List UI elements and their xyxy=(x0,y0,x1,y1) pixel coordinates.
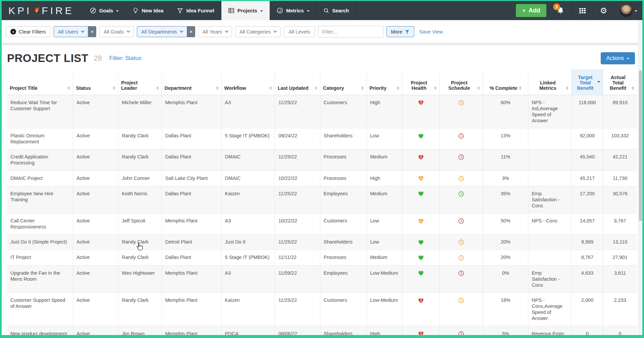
cell-project-leader: Randy Clark xyxy=(118,149,162,171)
nav-item-projects[interactable]: Projects xyxy=(221,1,270,20)
actions-button[interactable]: Actions xyxy=(601,52,635,64)
health-red-broken-heart-icon xyxy=(418,297,424,303)
grid-icon xyxy=(578,7,586,15)
filter-clear-all-users[interactable]: × xyxy=(88,26,96,37)
filter-status-link[interactable]: Filter: Status xyxy=(109,55,141,62)
sort-icon xyxy=(361,86,364,91)
table-row[interactable]: Upgrade the Fan in the Mens Room Active … xyxy=(7,265,637,292)
filter-group-all-categories: All Categories xyxy=(235,26,281,37)
cell-workflow: PDCA xyxy=(221,326,275,338)
user-menu[interactable] xyxy=(614,1,642,20)
cell-department: Memphis Plant xyxy=(162,213,221,234)
cell-project-title[interactable]: Credit Application Processing xyxy=(7,149,73,171)
filter-select-all-categories[interactable]: All Categories xyxy=(235,26,281,37)
cell-project-title[interactable]: Call Center Responsiveness xyxy=(7,213,73,234)
scrollbar-thumb[interactable] xyxy=(639,70,642,221)
table-row[interactable]: New product development Project Active J… xyxy=(7,326,637,338)
top-nav: KPI FIRE GoalsNew IdeaIdea FunnelProject… xyxy=(2,1,642,20)
column-header-linked-metrics[interactable]: Linked Metrics xyxy=(528,69,572,95)
filter-select-all-departments[interactable]: All Departments xyxy=(137,26,187,37)
chevron-down-icon xyxy=(81,29,84,33)
table-row[interactable]: Customer Support Speed of Answer Active … xyxy=(7,293,637,326)
cell-linked-metrics: NPS - Cons,Average Speed of Answer xyxy=(528,293,572,326)
page-title: PROJECT LIST xyxy=(7,52,89,65)
column-header-project-leader[interactable]: Project Leader xyxy=(118,69,162,95)
more-filters-button[interactable]: More xyxy=(386,26,414,37)
filter-clear-all-departments[interactable]: × xyxy=(187,26,195,37)
cell-target-benefit: 45,217 xyxy=(572,171,603,186)
nav-item-metrics[interactable]: Metrics xyxy=(270,1,316,20)
cell-department: Dallas Plant xyxy=(162,128,221,149)
column-header-last-updated[interactable]: Last Updated xyxy=(275,69,320,95)
column-header-category[interactable]: Category xyxy=(320,69,367,95)
cell-category: Shareholders xyxy=(320,234,367,250)
filter-select-all-years[interactable]: All Years xyxy=(198,26,232,37)
cell-workflow: DMAIC xyxy=(221,149,275,171)
nav-item-idea-funnel[interactable]: Idea Funnel xyxy=(170,1,221,20)
add-button[interactable]: + Add xyxy=(516,4,546,17)
cell-project-title[interactable]: DMAIC Project xyxy=(7,171,73,186)
vertical-scrollbar[interactable] xyxy=(638,20,642,335)
column-header-project-schedule[interactable]: Project Schedule xyxy=(439,69,483,95)
schedule-orange-clock-icon xyxy=(458,255,464,260)
project-table-wrap: Project Title Status Project Leader Depa… xyxy=(2,67,642,338)
cell-linked-metrics xyxy=(528,234,572,250)
column-header-project-health[interactable]: Project Health xyxy=(402,69,440,95)
save-view-link[interactable]: Save View xyxy=(419,29,443,35)
chevron-down-icon xyxy=(274,29,277,33)
cell-percent-complete: 13% xyxy=(483,128,528,149)
column-header-actual-total-benefit[interactable]: Actual Total Benefit xyxy=(603,69,637,95)
cell-project-title[interactable]: Plastic Omnium Replacement xyxy=(7,128,73,149)
column-header-priority[interactable]: Priority xyxy=(367,69,402,95)
cell-actual-benefit: 27,901 xyxy=(603,250,637,265)
schedule-orange-clock-icon xyxy=(458,100,464,105)
notifications-button[interactable]: 5 xyxy=(550,1,571,20)
cell-project-title[interactable]: Upgrade the Fan in the Mens Room xyxy=(7,265,73,292)
funnel-icon xyxy=(405,29,410,34)
nav-item-new-idea[interactable]: New Idea xyxy=(125,1,170,20)
table-row[interactable]: Employee New Hire Training Active Keith … xyxy=(7,186,637,213)
sort-desc-icon xyxy=(597,81,600,83)
settings-button[interactable]: ⚙ xyxy=(593,1,614,20)
cell-workflow: Just Do It xyxy=(221,234,275,250)
cell-project-title[interactable]: Just Do It (Simple Project) xyxy=(7,234,73,250)
table-row[interactable]: IT Project Active Randy Clark Dallas Pla… xyxy=(7,250,637,265)
column-header-project-title[interactable]: Project Title xyxy=(7,69,73,95)
column-header-workflow[interactable]: Workflow xyxy=(221,69,275,95)
column-header-department[interactable]: Department xyxy=(162,69,221,95)
cell-workflow: A3 xyxy=(221,265,275,292)
filter-select-all-goals[interactable]: All Goals xyxy=(99,26,134,37)
column-header--complete[interactable]: % Complete xyxy=(483,69,528,95)
table-row[interactable]: Plastic Omnium Replacement Active Randy … xyxy=(7,128,637,149)
table-row[interactable]: DMAIC Project Active John Conner Salt La… xyxy=(7,171,637,186)
column-header-status[interactable]: Status xyxy=(73,69,118,95)
schedule-red-clock-icon xyxy=(458,154,464,159)
filter-text-input[interactable] xyxy=(318,26,383,38)
kpi-fire-logo[interactable]: KPI FIRE xyxy=(2,1,83,20)
cell-status: Active xyxy=(73,250,118,265)
logo-text-fire: FIRE xyxy=(42,5,74,16)
cell-project-title[interactable]: Reduce Wait Time for Customer Support xyxy=(7,95,73,128)
filter-select-all-users[interactable]: All Users xyxy=(54,26,88,37)
cell-department: Memphis Plant xyxy=(162,95,221,128)
apps-grid-button[interactable] xyxy=(571,1,593,20)
table-row[interactable]: Just Do It (Simple Project) Active Randy… xyxy=(7,234,637,250)
nav-right: + Add 5 ⚙ xyxy=(513,1,642,20)
table-row[interactable]: Reduce Wait Time for Customer Support Ac… xyxy=(7,95,637,128)
clear-filters-button[interactable]: × Clear Filters xyxy=(6,26,51,37)
health-green-heart-icon xyxy=(418,270,424,276)
cell-project-title[interactable]: New product development Project xyxy=(7,326,73,338)
nav-item-goals[interactable]: Goals xyxy=(83,1,126,20)
cell-project-title[interactable]: IT Project xyxy=(7,250,73,265)
sort-icon xyxy=(477,86,480,91)
cell-status: Active xyxy=(73,265,118,292)
table-row[interactable]: Call Center Responsiveness Active Jeff S… xyxy=(7,213,637,234)
cell-project-title[interactable]: Customer Support Speed of Answer xyxy=(7,293,73,326)
cell-project-title[interactable]: Employee New Hire Training xyxy=(7,186,73,213)
table-row[interactable]: Credit Application Processing Active Ran… xyxy=(7,149,637,171)
filter-button-all-levels[interactable]: All Levels xyxy=(284,26,315,37)
nav-item-search[interactable]: Search xyxy=(316,1,356,20)
filter-bar: × Clear Filters All Users × All Goals Al… xyxy=(2,20,642,45)
column-header-target-total-benefit[interactable]: Target Total Benefit xyxy=(572,69,603,95)
cell-actual-benefit: 9,767 xyxy=(603,213,637,234)
